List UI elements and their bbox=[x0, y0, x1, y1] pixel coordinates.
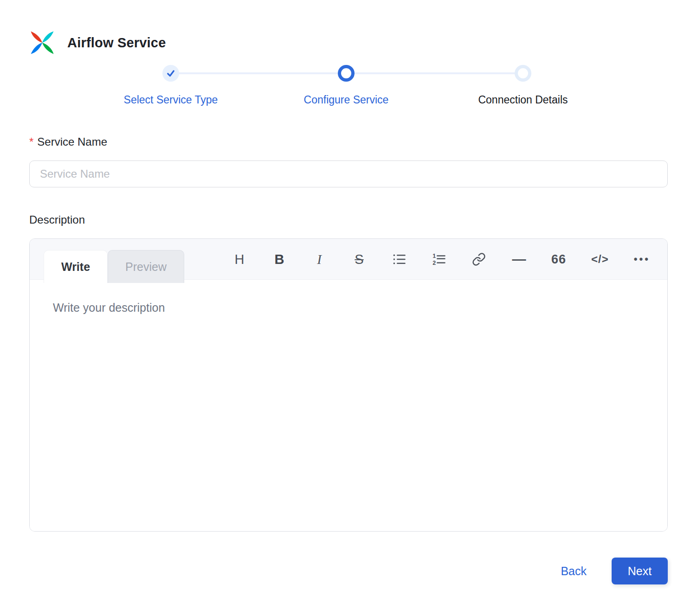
link-icon bbox=[472, 252, 486, 266]
wizard-page: Airflow Service Select Service Type Conf… bbox=[0, 0, 697, 612]
service-name-input[interactable] bbox=[29, 160, 668, 187]
editor-toolbar: H B I S bbox=[232, 239, 650, 280]
unordered-list-icon bbox=[392, 252, 406, 266]
tab-write[interactable]: Write bbox=[44, 250, 108, 283]
step-active-circle bbox=[338, 65, 355, 82]
airflow-logo-icon bbox=[29, 30, 55, 56]
more-options-button[interactable]: ••• bbox=[634, 250, 650, 269]
description-editor: Write Preview H B I S bbox=[29, 238, 668, 532]
step-configure-service: Configure Service bbox=[338, 65, 355, 82]
tab-preview[interactable]: Preview bbox=[108, 250, 184, 283]
stepper: Select Service Type Configure Service Co… bbox=[29, 65, 668, 109]
bold-icon: B bbox=[275, 252, 284, 267]
unordered-list-button[interactable] bbox=[392, 250, 407, 269]
more-options-icon: ••• bbox=[634, 253, 650, 265]
quote-icon: 66 bbox=[551, 252, 566, 267]
required-asterisk: * bbox=[29, 135, 33, 148]
page-title: Airflow Service bbox=[67, 35, 166, 51]
app-header: Airflow Service bbox=[29, 30, 668, 56]
check-icon bbox=[166, 69, 175, 78]
service-name-label-text: Service Name bbox=[37, 135, 107, 148]
link-button[interactable] bbox=[471, 250, 486, 269]
strikethrough-icon: S bbox=[355, 252, 363, 267]
code-icon: </> bbox=[591, 253, 609, 266]
back-button[interactable]: Back bbox=[561, 565, 587, 578]
bold-button[interactable]: B bbox=[272, 250, 287, 269]
editor-toolbar-header: Write Preview H B I S bbox=[30, 239, 667, 280]
code-button[interactable]: </> bbox=[591, 250, 609, 269]
editor-write-area bbox=[30, 280, 667, 531]
heading-button[interactable]: H bbox=[232, 250, 247, 269]
quote-button[interactable]: 66 bbox=[551, 250, 566, 269]
svg-text:2: 2 bbox=[432, 260, 436, 266]
step-connection-details: Connection Details bbox=[515, 65, 531, 82]
italic-button[interactable]: I bbox=[312, 250, 327, 269]
step-pending-circle bbox=[515, 65, 531, 82]
strikethrough-button[interactable]: S bbox=[352, 250, 367, 269]
svg-text:1: 1 bbox=[432, 253, 436, 259]
step-select-service-type: Select Service Type bbox=[162, 65, 179, 82]
editor-tabs: Write Preview bbox=[44, 250, 184, 283]
step-label: Configure Service bbox=[304, 94, 389, 106]
horizontal-rule-icon: — bbox=[512, 251, 526, 267]
next-button[interactable]: Next bbox=[612, 558, 668, 584]
ordered-list-button[interactable]: 1 2 bbox=[432, 250, 446, 269]
horizontal-rule-button[interactable]: — bbox=[511, 250, 526, 269]
heading-icon: H bbox=[235, 252, 245, 267]
footer-actions: Back Next bbox=[29, 558, 668, 584]
description-textarea[interactable] bbox=[30, 280, 667, 531]
step-label: Connection Details bbox=[478, 94, 568, 106]
italic-icon: I bbox=[317, 252, 322, 267]
description-label: Description bbox=[29, 213, 668, 226]
ordered-list-icon: 1 2 bbox=[432, 252, 446, 266]
step-completed-circle bbox=[162, 65, 179, 82]
service-name-label: *Service Name bbox=[29, 135, 668, 148]
step-label: Select Service Type bbox=[124, 94, 218, 106]
